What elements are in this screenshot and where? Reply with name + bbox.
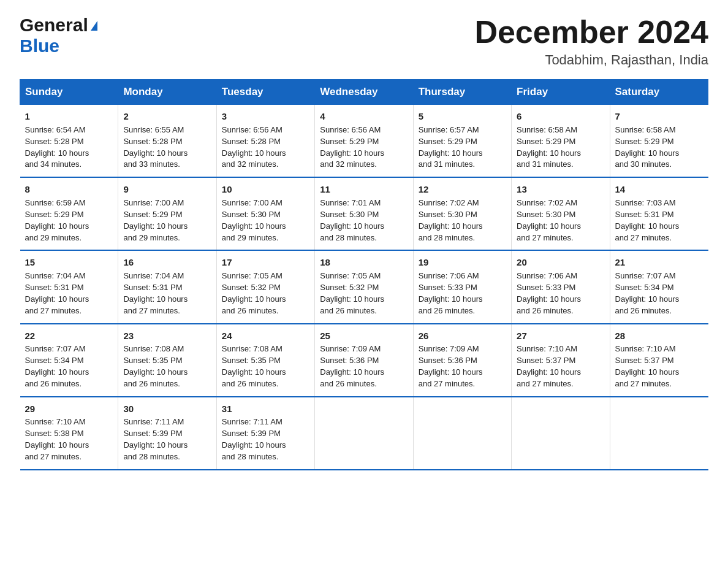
day-number: 31 — [222, 402, 309, 416]
calendar-week-row: 15Sunrise: 7:04 AMSunset: 5:31 PMDayligh… — [20, 250, 708, 323]
page-header: General Blue December 2024 Todabhim, Raj… — [20, 15, 708, 68]
calendar-cell: 15Sunrise: 7:04 AMSunset: 5:31 PMDayligh… — [20, 250, 118, 323]
day-info: Sunrise: 6:57 AMSunset: 5:29 PMDaylight:… — [419, 124, 506, 170]
day-info: Sunrise: 7:08 AMSunset: 5:35 PMDaylight:… — [123, 343, 211, 389]
day-number: 30 — [123, 402, 211, 416]
day-info: Sunrise: 7:11 AMSunset: 5:39 PMDaylight:… — [222, 416, 309, 462]
day-number: 8 — [25, 183, 113, 196]
day-info: Sunrise: 7:01 AMSunset: 5:30 PMDaylight:… — [320, 197, 408, 243]
calendar-cell: 27Sunrise: 7:10 AMSunset: 5:37 PMDayligh… — [512, 324, 610, 397]
day-info: Sunrise: 7:10 AMSunset: 5:37 PMDaylight:… — [517, 343, 604, 389]
calendar-cell: 17Sunrise: 7:05 AMSunset: 5:32 PMDayligh… — [216, 250, 314, 323]
day-info: Sunrise: 7:06 AMSunset: 5:33 PMDaylight:… — [419, 270, 506, 316]
day-info: Sunrise: 7:05 AMSunset: 5:32 PMDaylight:… — [320, 270, 408, 316]
day-number: 21 — [615, 256, 703, 269]
col-thursday: Thursday — [413, 80, 511, 105]
title-area: December 2024 Todabhim, Rajasthan, India — [474, 15, 708, 68]
calendar-cell: 10Sunrise: 7:00 AMSunset: 5:30 PMDayligh… — [216, 177, 314, 250]
calendar-cell — [413, 397, 511, 470]
calendar-week-row: 1Sunrise: 6:54 AMSunset: 5:28 PMDaylight… — [20, 105, 708, 178]
day-number: 28 — [615, 329, 703, 343]
day-info: Sunrise: 6:56 AMSunset: 5:29 PMDaylight:… — [320, 124, 408, 170]
calendar-cell: 23Sunrise: 7:08 AMSunset: 5:35 PMDayligh… — [118, 324, 216, 397]
day-number: 16 — [123, 256, 211, 269]
calendar-cell: 3Sunrise: 6:56 AMSunset: 5:28 PMDaylight… — [216, 105, 314, 178]
day-info: Sunrise: 6:56 AMSunset: 5:28 PMDaylight:… — [222, 124, 309, 170]
day-info: Sunrise: 7:05 AMSunset: 5:32 PMDaylight:… — [222, 270, 309, 316]
calendar-week-row: 22Sunrise: 7:07 AMSunset: 5:34 PMDayligh… — [20, 324, 708, 397]
day-number: 1 — [25, 110, 113, 123]
calendar-cell: 18Sunrise: 7:05 AMSunset: 5:32 PMDayligh… — [315, 250, 413, 323]
day-number: 10 — [222, 183, 309, 196]
day-number: 6 — [517, 110, 604, 123]
day-info: Sunrise: 6:59 AMSunset: 5:29 PMDaylight:… — [25, 197, 113, 243]
col-friday: Friday — [512, 80, 610, 105]
day-info: Sunrise: 7:09 AMSunset: 5:36 PMDaylight:… — [320, 343, 408, 389]
day-number: 23 — [123, 329, 211, 343]
day-number: 18 — [320, 256, 408, 269]
day-info: Sunrise: 6:58 AMSunset: 5:29 PMDaylight:… — [615, 124, 703, 170]
day-info: Sunrise: 7:02 AMSunset: 5:30 PMDaylight:… — [517, 197, 604, 243]
day-info: Sunrise: 6:58 AMSunset: 5:29 PMDaylight:… — [517, 124, 604, 170]
calendar-cell: 24Sunrise: 7:08 AMSunset: 5:35 PMDayligh… — [216, 324, 314, 397]
logo-blue-text: Blue — [20, 36, 59, 56]
calendar-title: December 2024 — [474, 15, 708, 50]
calendar-cell: 11Sunrise: 7:01 AMSunset: 5:30 PMDayligh… — [315, 177, 413, 250]
calendar-cell: 25Sunrise: 7:09 AMSunset: 5:36 PMDayligh… — [315, 324, 413, 397]
day-number: 29 — [25, 402, 113, 416]
calendar-cell: 8Sunrise: 6:59 AMSunset: 5:29 PMDaylight… — [20, 177, 118, 250]
calendar-cell — [315, 397, 413, 470]
day-info: Sunrise: 6:55 AMSunset: 5:28 PMDaylight:… — [123, 124, 211, 170]
day-info: Sunrise: 7:04 AMSunset: 5:31 PMDaylight:… — [25, 270, 113, 316]
day-info: Sunrise: 7:11 AMSunset: 5:39 PMDaylight:… — [123, 416, 211, 462]
day-number: 3 — [222, 110, 309, 123]
calendar-cell: 12Sunrise: 7:02 AMSunset: 5:30 PMDayligh… — [413, 177, 511, 250]
calendar-cell: 13Sunrise: 7:02 AMSunset: 5:30 PMDayligh… — [512, 177, 610, 250]
day-number: 17 — [222, 256, 309, 269]
day-info: Sunrise: 7:10 AMSunset: 5:38 PMDaylight:… — [25, 416, 113, 462]
day-info: Sunrise: 7:08 AMSunset: 5:35 PMDaylight:… — [222, 343, 309, 389]
calendar-week-row: 29Sunrise: 7:10 AMSunset: 5:38 PMDayligh… — [20, 397, 708, 470]
day-info: Sunrise: 7:07 AMSunset: 5:34 PMDaylight:… — [25, 343, 113, 389]
calendar-cell: 5Sunrise: 6:57 AMSunset: 5:29 PMDaylight… — [413, 105, 511, 178]
day-number: 12 — [419, 183, 506, 196]
calendar-cell: 28Sunrise: 7:10 AMSunset: 5:37 PMDayligh… — [610, 324, 708, 397]
calendar-cell: 20Sunrise: 7:06 AMSunset: 5:33 PMDayligh… — [512, 250, 610, 323]
col-saturday: Saturday — [610, 80, 708, 105]
col-tuesday: Tuesday — [216, 80, 314, 105]
calendar-cell: 29Sunrise: 7:10 AMSunset: 5:38 PMDayligh… — [20, 397, 118, 470]
calendar-cell: 6Sunrise: 6:58 AMSunset: 5:29 PMDaylight… — [512, 105, 610, 178]
calendar-cell: 31Sunrise: 7:11 AMSunset: 5:39 PMDayligh… — [216, 397, 314, 470]
calendar-cell: 16Sunrise: 7:04 AMSunset: 5:31 PMDayligh… — [118, 250, 216, 323]
day-number: 7 — [615, 110, 703, 123]
col-wednesday: Wednesday — [315, 80, 413, 105]
calendar-cell: 22Sunrise: 7:07 AMSunset: 5:34 PMDayligh… — [20, 324, 118, 397]
day-number: 9 — [123, 183, 211, 196]
logo-general-text: General — [20, 15, 88, 36]
calendar-cell: 21Sunrise: 7:07 AMSunset: 5:34 PMDayligh… — [610, 250, 708, 323]
calendar-cell — [610, 397, 708, 470]
calendar-cell: 14Sunrise: 7:03 AMSunset: 5:31 PMDayligh… — [610, 177, 708, 250]
day-info: Sunrise: 7:00 AMSunset: 5:30 PMDaylight:… — [222, 197, 309, 243]
day-number: 27 — [517, 329, 604, 343]
day-number: 13 — [517, 183, 604, 196]
calendar-cell: 4Sunrise: 6:56 AMSunset: 5:29 PMDaylight… — [315, 105, 413, 178]
calendar-cell: 7Sunrise: 6:58 AMSunset: 5:29 PMDaylight… — [610, 105, 708, 178]
day-number: 5 — [419, 110, 506, 123]
calendar-week-row: 8Sunrise: 6:59 AMSunset: 5:29 PMDaylight… — [20, 177, 708, 250]
day-number: 25 — [320, 329, 408, 343]
day-number: 14 — [615, 183, 703, 196]
col-monday: Monday — [118, 80, 216, 105]
day-info: Sunrise: 7:02 AMSunset: 5:30 PMDaylight:… — [419, 197, 506, 243]
day-number: 15 — [25, 256, 113, 269]
day-info: Sunrise: 7:07 AMSunset: 5:34 PMDaylight:… — [615, 270, 703, 316]
day-info: Sunrise: 7:04 AMSunset: 5:31 PMDaylight:… — [123, 270, 211, 316]
calendar-subtitle: Todabhim, Rajasthan, India — [474, 52, 708, 68]
day-info: Sunrise: 7:00 AMSunset: 5:29 PMDaylight:… — [123, 197, 211, 243]
day-number: 19 — [419, 256, 506, 269]
calendar-cell: 9Sunrise: 7:00 AMSunset: 5:29 PMDaylight… — [118, 177, 216, 250]
day-number: 2 — [123, 110, 211, 123]
calendar-cell: 26Sunrise: 7:09 AMSunset: 5:36 PMDayligh… — [413, 324, 511, 397]
logo-triangle-icon — [91, 21, 97, 31]
logo: General Blue — [20, 15, 97, 56]
